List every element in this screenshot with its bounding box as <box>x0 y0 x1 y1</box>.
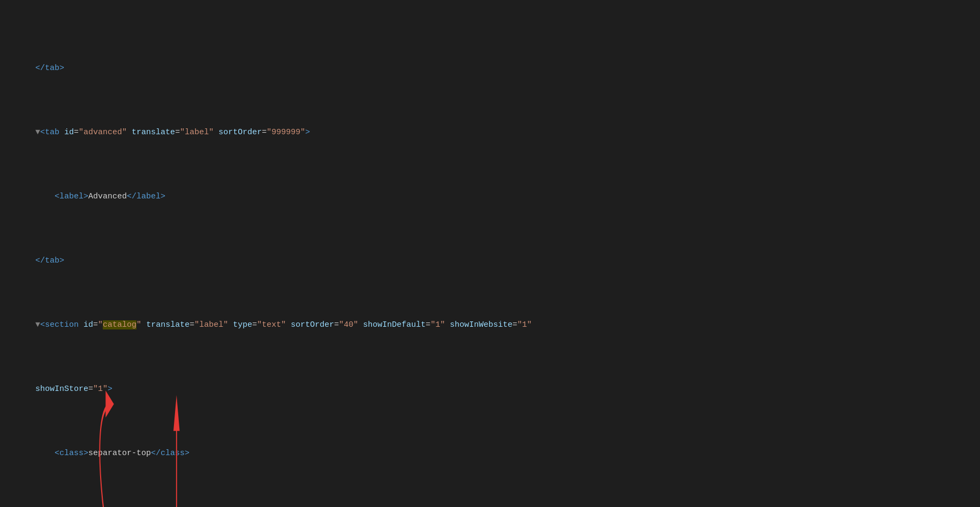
code-line: ▼<section id="catalog" translate="label"… <box>16 319 964 332</box>
code-container: </tab> ▼<tab id="advanced" translate="la… <box>16 11 964 507</box>
code-line: ▼<tab id="advanced" translate="label" so… <box>16 126 964 139</box>
code-line: <label>Advanced</label> <box>16 190 964 203</box>
xml-code-block: </tab> ▼<tab id="advanced" translate="la… <box>16 11 964 507</box>
code-line: <class>separator-top</class> <box>16 447 964 460</box>
code-line: </tab> <box>16 62 964 75</box>
code-line: </tab> <box>16 255 964 267</box>
code-line: showInStore="1"> <box>16 383 964 396</box>
